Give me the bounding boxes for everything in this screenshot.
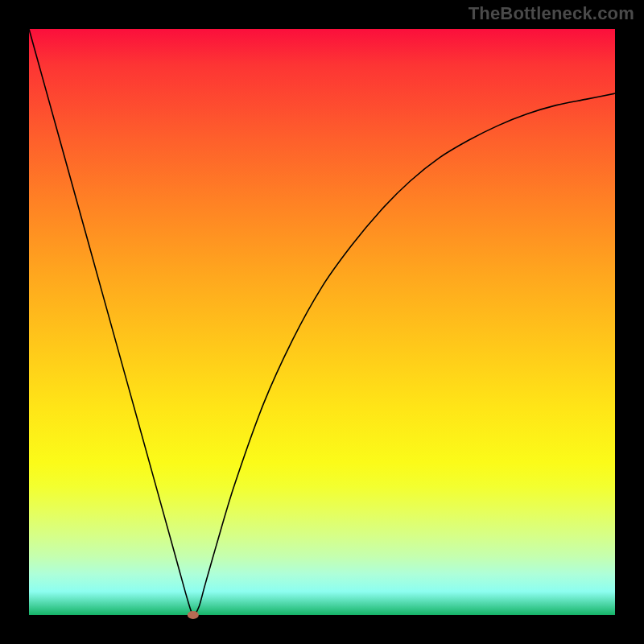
chart-plot-area — [29, 29, 615, 615]
bottleneck-curve — [29, 29, 615, 615]
chart-svg — [29, 29, 615, 615]
optimal-point-marker — [188, 611, 199, 619]
watermark-text: TheBottleneck.com — [469, 3, 634, 24]
